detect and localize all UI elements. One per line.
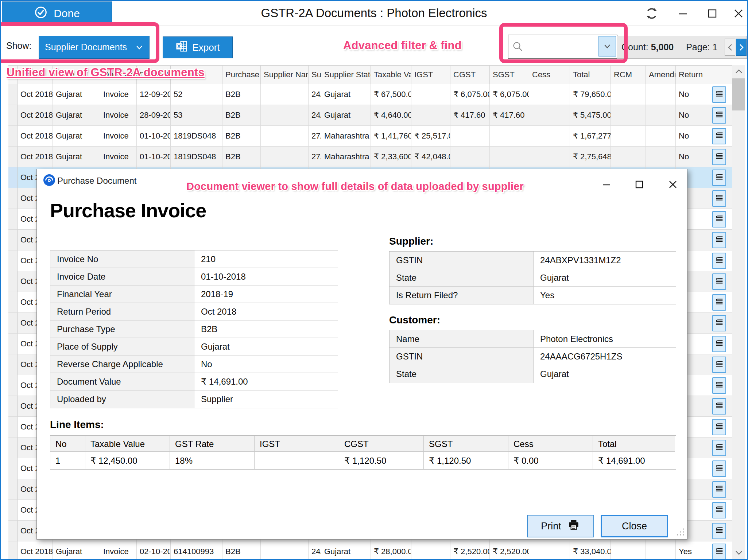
show-dropdown[interactable]: Supplier Documents — [39, 36, 150, 59]
view-document-button[interactable] — [712, 440, 726, 456]
column-header-supplier-state[interactable]: Supplier State — [321, 65, 371, 84]
view-document-button[interactable] — [712, 211, 726, 228]
row-selector[interactable] — [8, 105, 18, 126]
row-selector[interactable] — [8, 271, 18, 292]
view-document-button[interactable] — [712, 273, 726, 290]
previous-page-button[interactable] — [725, 39, 735, 56]
row-selector[interactable] — [8, 230, 18, 250]
dialog-minimize-icon[interactable] — [598, 177, 615, 192]
maximize-icon[interactable] — [704, 5, 720, 22]
done-button[interactable]: Done — [2, 1, 112, 26]
row-selector[interactable] — [8, 167, 18, 188]
supplier-details-table: GSTIN24ABXPV1331M1Z2StateGujaratIs Retur… — [389, 251, 676, 304]
view-document-button[interactable] — [712, 481, 726, 498]
row-selector[interactable] — [8, 500, 18, 521]
column-header-purchase-type[interactable]: Purchase Type — [222, 65, 261, 84]
dialog-maximize-icon[interactable] — [631, 177, 647, 192]
view-document-button[interactable] — [712, 502, 726, 518]
search-box — [508, 35, 617, 59]
view-document-button[interactable] — [712, 294, 726, 311]
column-header-taxable-value[interactable]: Taxable Value — [371, 65, 411, 84]
close-button[interactable]: Close — [601, 515, 668, 537]
row-selector[interactable] — [8, 292, 18, 313]
search-input[interactable] — [524, 36, 599, 57]
row-selector[interactable] — [8, 417, 18, 438]
table-row[interactable]: Oct 2018GujaratInvoice28-09-201853B2B24A… — [1, 105, 725, 126]
next-page-button[interactable] — [736, 39, 747, 56]
search-dropdown-button[interactable] — [598, 36, 616, 57]
view-document-button[interactable] — [712, 523, 726, 539]
view-document-button[interactable] — [712, 149, 726, 165]
refresh-icon[interactable] — [644, 5, 660, 22]
resize-grip[interactable] — [675, 527, 685, 538]
scrollbar-thumb[interactable] — [732, 78, 745, 110]
table-row[interactable]: Oct 2018GujaratInvoice02-10-201861410099… — [1, 541, 725, 560]
view-document-button[interactable] — [712, 190, 726, 207]
minimize-icon[interactable] — [675, 5, 691, 22]
view-document-button[interactable] — [712, 170, 726, 186]
export-button[interactable]: X Export — [163, 36, 233, 58]
grid-cell-supplier-name — [261, 541, 309, 560]
column-header-cess[interactable]: Cess — [529, 65, 570, 84]
view-document-button[interactable] — [712, 544, 726, 560]
column-header-supplier-gstin[interactable]: Supplier GSTIN — [309, 65, 321, 84]
grid-cell-doc-type: Invoice — [100, 147, 137, 167]
row-selector[interactable] — [8, 84, 18, 105]
supplier-field-row: StateGujarat — [389, 269, 676, 287]
table-row[interactable]: Oct 2018GujaratInvoice01-10-20181819DS04… — [1, 126, 725, 147]
column-header-rcm[interactable]: RCM — [611, 65, 646, 84]
scroll-up-icon[interactable] — [732, 65, 745, 78]
view-document-button[interactable] — [712, 315, 726, 331]
grid-cell-period: Oct 2018 — [18, 541, 53, 560]
view-document-button[interactable] — [712, 398, 726, 415]
row-selector[interactable] — [8, 250, 18, 271]
dialog-close-icon[interactable] — [665, 177, 681, 192]
row-selector[interactable] — [8, 334, 18, 354]
grid-cell-return: Yes — [676, 541, 707, 560]
view-document-button[interactable] — [712, 128, 726, 144]
view-document-button[interactable] — [712, 253, 726, 269]
row-selector[interactable] — [8, 396, 18, 417]
column-header-igst[interactable]: IGST — [411, 65, 450, 84]
row-selector[interactable] — [8, 541, 18, 560]
table-row[interactable]: Oct 2018GujaratInvoice12-09-201852B2B24A… — [1, 84, 725, 105]
scroll-down-icon[interactable] — [732, 547, 745, 559]
view-document-button[interactable] — [712, 86, 726, 103]
grid-cell-cess — [529, 126, 570, 147]
grid-cell-supplier-gstin: 27A — [309, 126, 321, 147]
row-selector[interactable] — [8, 375, 18, 396]
column-header-cgst[interactable]: CGST — [450, 65, 490, 84]
invoice-field-label: Financial Year — [50, 285, 194, 303]
close-icon[interactable] — [730, 5, 747, 22]
document-lines-icon — [714, 192, 724, 205]
row-selector[interactable] — [8, 188, 18, 209]
row-selector[interactable] — [8, 438, 18, 458]
row-selector[interactable] — [8, 458, 18, 479]
row-selector[interactable] — [8, 147, 18, 167]
customer-section-heading: Customer: — [389, 314, 440, 326]
column-header-total[interactable]: Total — [570, 65, 611, 84]
view-document-button[interactable] — [712, 377, 726, 394]
column-header-amendment[interactable]: Amendment — [646, 65, 676, 84]
table-row[interactable]: Oct 2018GujaratInvoice01-10-20181819DS04… — [1, 147, 725, 167]
row-selector[interactable] — [8, 521, 18, 541]
print-button[interactable]: Print — [527, 515, 594, 537]
row-selector[interactable] — [8, 313, 18, 334]
column-header-sgst[interactable]: SGST — [490, 65, 529, 84]
view-document-button[interactable] — [712, 107, 726, 124]
column-header-return[interactable]: Return — [676, 65, 707, 84]
view-document-button[interactable] — [712, 336, 726, 352]
row-selector[interactable] — [8, 354, 18, 375]
row-selector[interactable] — [8, 126, 18, 147]
view-document-button[interactable] — [712, 232, 726, 248]
grid-cell-rcm — [611, 147, 646, 167]
line-item-cell: ₹ 0.00 — [508, 452, 593, 469]
dialog-title: Purchase Document — [57, 176, 136, 186]
view-document-button[interactable] — [712, 460, 726, 477]
row-selector[interactable] — [8, 209, 18, 230]
view-document-button[interactable] — [712, 419, 726, 435]
row-selector[interactable] — [8, 479, 18, 500]
line-item-cell: 18% — [170, 452, 255, 469]
view-document-button[interactable] — [712, 357, 726, 373]
column-header-supplier-name[interactable]: Supplier Name — [261, 65, 309, 84]
